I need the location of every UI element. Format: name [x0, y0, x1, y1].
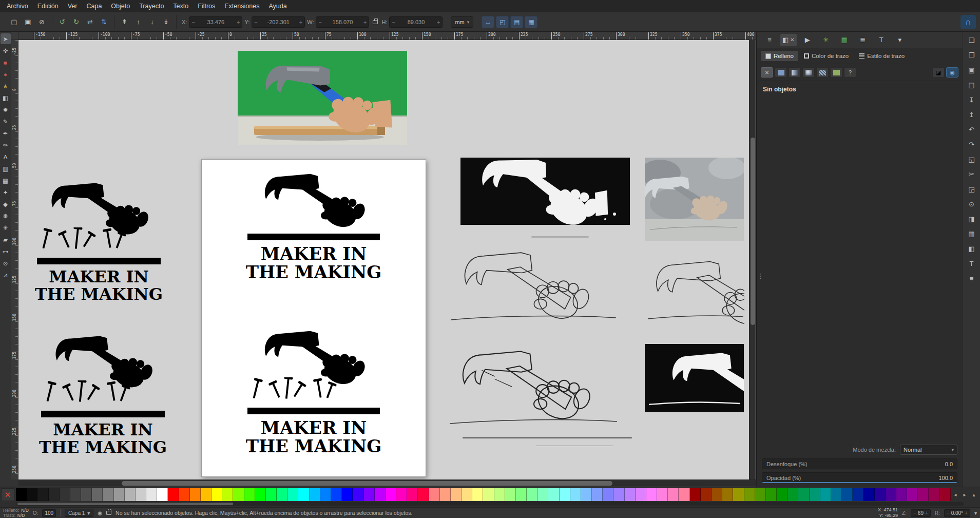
lower-button[interactable]: ↓: [146, 16, 159, 28]
menu-edicion[interactable]: Edición: [33, 1, 63, 11]
palette-swatch[interactable]: [472, 488, 483, 501]
palette-swatch[interactable]: [451, 488, 462, 501]
palette-swatch[interactable]: [125, 488, 136, 501]
blend-mode-select[interactable]: Normal ▾: [900, 445, 957, 455]
palette-swatch[interactable]: [592, 488, 603, 501]
import-button[interactable]: ↧: [965, 93, 978, 106]
object-opacity-field[interactable]: 100: [42, 509, 56, 517]
rotate-ccw-button[interactable]: ↺: [56, 16, 69, 28]
raise-to-top-button[interactable]: ↟: [118, 16, 131, 28]
palette-swatch[interactable]: [440, 488, 451, 501]
open-document-button[interactable]: ❐: [965, 49, 978, 62]
dock-resize-grip[interactable]: ⋮: [757, 274, 764, 278]
logo-left-bottom[interactable]: MAKER INTHE MAKING: [41, 331, 165, 456]
h-field[interactable]: −89.030+: [389, 16, 443, 28]
palette-swatch[interactable]: [364, 488, 375, 501]
y-field[interactable]: −-202.301+: [252, 16, 305, 28]
palette-scroll-right-button[interactable]: ▸: [960, 488, 969, 501]
zoom-drawing-button[interactable]: ⊙: [965, 198, 978, 210]
new-document-button[interactable]: ❏: [965, 34, 978, 47]
cut-button[interactable]: ✂: [965, 168, 978, 181]
palette-scrollbar[interactable]: [16, 502, 964, 506]
pen-tool[interactable]: ✒: [1, 128, 11, 139]
trace-outline-1[interactable]: [449, 244, 618, 326]
palette-swatch[interactable]: [712, 488, 722, 501]
text-dialog-button[interactable]: T: [965, 257, 978, 270]
palette-swatch[interactable]: [940, 488, 951, 501]
palette-swatch[interactable]: [136, 488, 146, 501]
palette-swatch[interactable]: [201, 488, 212, 501]
palette-swatch[interactable]: [625, 488, 636, 501]
scale-stroke-toggle[interactable]: ↔: [482, 16, 494, 28]
palette-swatch[interactable]: [386, 488, 396, 501]
paste-button[interactable]: ◲: [965, 183, 978, 196]
node-tool[interactable]: ✜: [1, 45, 11, 56]
palette-swatch[interactable]: [168, 488, 179, 501]
layer-selector[interactable]: Capa 1 ▾: [65, 509, 93, 517]
palette-swatch[interactable]: [60, 488, 70, 501]
menu-trayecto[interactable]: Trayecto: [134, 1, 168, 11]
palette-swatch[interactable]: [92, 488, 103, 501]
menu-archivo[interactable]: Archivo: [2, 1, 33, 11]
scrollbar-thumb[interactable]: [122, 481, 612, 486]
scrollbar-thumb[interactable]: [17, 503, 233, 505]
palette-swatch[interactable]: [114, 488, 125, 501]
export-dialog-tab[interactable]: ▶: [800, 34, 815, 46]
measure-tool[interactable]: ⊿: [1, 270, 11, 280]
rotate-cw-button[interactable]: ↻: [70, 16, 83, 28]
trace-outline-2[interactable]: [647, 247, 744, 329]
palette-swatch[interactable]: [766, 488, 777, 501]
paint-none-button[interactable]: ✕: [761, 67, 773, 78]
lock-toggle[interactable]: [373, 20, 378, 24]
menu-ver[interactable]: Ver: [63, 1, 82, 11]
palette-swatch[interactable]: [853, 488, 863, 501]
select-all-button[interactable]: ▢: [8, 16, 21, 28]
palette-swatch[interactable]: [516, 488, 527, 501]
palette-swatch[interactable]: [527, 488, 537, 501]
palette-swatch[interactable]: [37, 488, 48, 501]
palette-swatch[interactable]: [810, 488, 820, 501]
palette-swatch[interactable]: [701, 488, 712, 501]
ellipse-tool[interactable]: ●: [1, 69, 11, 80]
palette-swatch[interactable]: [342, 488, 353, 501]
selector-tool[interactable]: ➤: [1, 33, 11, 44]
text-dialog-tab[interactable]: T: [874, 34, 889, 46]
minus-icon[interactable]: −: [252, 19, 259, 25]
palette-swatch[interactable]: [733, 488, 744, 501]
flip-horizontal-button[interactable]: ⇄: [84, 16, 97, 28]
zoom-tool[interactable]: ⊙: [1, 258, 11, 268]
fill-rule-nonzero-button[interactable]: ◉: [946, 67, 958, 78]
palette-swatch[interactable]: [287, 488, 298, 501]
opacity-slider[interactable]: Opacidad (%) 100.0: [762, 472, 957, 483]
palette-swatch[interactable]: [190, 488, 201, 501]
fill-rule-evenodd-button[interactable]: ◪: [932, 67, 945, 78]
spiral-tool[interactable]: ✹: [1, 104, 11, 115]
layers-dialog-tab[interactable]: ≡: [762, 34, 777, 46]
minus-icon[interactable]: −: [913, 510, 916, 516]
palette-swatch[interactable]: [320, 488, 331, 501]
scale-gradients-toggle[interactable]: ▤: [510, 16, 523, 28]
logo-left-top[interactable]: MAKER INTHE MAKING: [37, 178, 161, 303]
palette-swatch[interactable]: [146, 488, 157, 501]
palette-swatch[interactable]: [560, 488, 570, 501]
palette-swatch[interactable]: [266, 488, 277, 501]
menu-filtros[interactable]: Filtros: [193, 1, 220, 11]
palette-swatch[interactable]: [27, 488, 37, 501]
statusbar-overflow-chevron[interactable]: ▾: [974, 510, 977, 516]
palette-swatch[interactable]: [668, 488, 679, 501]
w-field[interactable]: −158.070+: [316, 16, 369, 28]
palette-swatch[interactable]: [875, 488, 886, 501]
palette-swatch[interactable]: [755, 488, 766, 501]
minus-icon[interactable]: −: [316, 19, 323, 25]
export-button[interactable]: ↥: [965, 108, 978, 121]
palette-swatch[interactable]: [70, 488, 81, 501]
zoom-field[interactable]: − 69 +: [911, 509, 931, 517]
palette-swatch[interactable]: [418, 488, 429, 501]
mesh-tool[interactable]: ▦: [1, 175, 11, 186]
minus-icon[interactable]: −: [189, 19, 197, 25]
calligraphy-tool[interactable]: ✑: [1, 140, 11, 150]
duplicate-button[interactable]: ◨: [965, 213, 978, 225]
palette-swatch[interactable]: [277, 488, 287, 501]
unit-selector[interactable]: mm ▾: [451, 16, 473, 28]
trace-posterized-image[interactable]: [645, 158, 744, 241]
